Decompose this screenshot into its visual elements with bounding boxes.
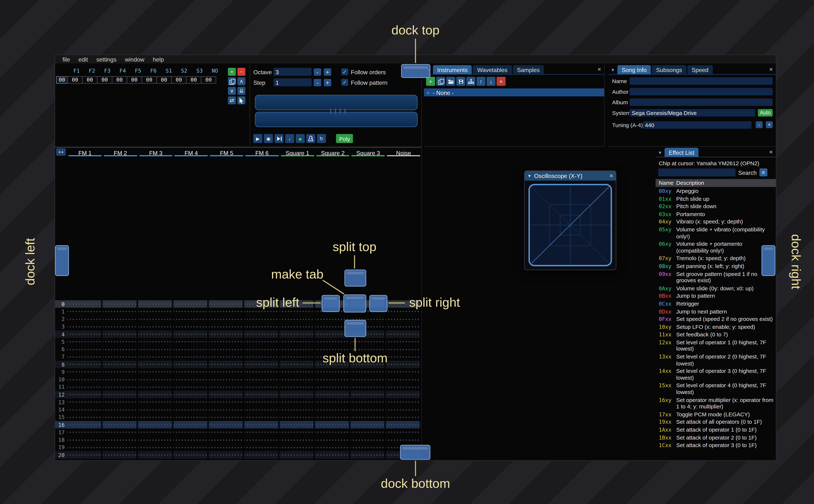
dock-left-target[interactable]	[55, 245, 69, 276]
collapse-arrow-icon[interactable]: ▼	[527, 174, 532, 178]
menu-item[interactable]: window	[121, 56, 149, 63]
order-cell[interactable]: 00	[171, 76, 186, 84]
orders-channel-header[interactable]: F1	[69, 68, 84, 74]
pattern-row[interactable]: 1	[55, 308, 422, 315]
channel-header[interactable]: FM 2	[103, 148, 138, 157]
effect-row[interactable]: 09xx Set groove pattern (speed 1 if no g…	[656, 270, 776, 284]
open-instrument-button[interactable]	[446, 77, 455, 86]
row-cells[interactable]	[67, 315, 422, 323]
octave-increase-button[interactable]: +	[324, 68, 331, 75]
row-cells[interactable]	[67, 368, 422, 376]
order-cell[interactable]: 00	[156, 76, 172, 84]
effect-row[interactable]: 13xx Set level of operator 2 (0 highest,…	[656, 353, 776, 367]
tuning-decrease-button[interactable]: -	[756, 121, 763, 128]
channel-header[interactable]: FM 5	[209, 148, 244, 157]
instrument-list-item[interactable]: ○ - None -	[424, 88, 604, 96]
tuning-input[interactable]	[643, 121, 751, 128]
close-icon[interactable]: ×	[767, 148, 775, 156]
window-list-arrow-icon[interactable]: ▼	[609, 66, 616, 74]
metronome-button[interactable]	[306, 134, 315, 143]
orders-channel-header[interactable]: F5	[130, 68, 146, 74]
move-instrument-up-button[interactable]: ↑	[477, 77, 486, 86]
play-one-row-button[interactable]	[274, 134, 283, 143]
add-order-button[interactable]: +	[228, 68, 236, 76]
dock-top-target[interactable]	[401, 64, 430, 78]
dock-right-target[interactable]	[761, 245, 775, 276]
effect-row[interactable]: 1Bxx Set attack of operator 2 (0 to 1F)	[656, 433, 776, 441]
duplicate-instrument-button[interactable]	[436, 77, 445, 86]
delete-instrument-button[interactable]: ×	[497, 77, 506, 86]
effect-row[interactable]: 03xx Portamento	[656, 210, 776, 218]
pattern-row[interactable]: 3	[55, 323, 422, 330]
pattern-row[interactable]: 0	[55, 300, 422, 308]
order-cell[interactable]: 00	[186, 76, 201, 84]
effect-row[interactable]: 01xx Pitch slide up	[656, 195, 776, 202]
make-tab-target[interactable]	[343, 295, 366, 313]
channel-header[interactable]: FM 3	[138, 148, 173, 157]
effect-row[interactable]: 05xy Volume slide + vibrato (compatibili…	[656, 226, 776, 240]
play-button[interactable]: ▶	[253, 134, 262, 143]
order-change-mode-button[interactable]: ⇄	[228, 96, 236, 104]
row-cells[interactable]	[67, 323, 422, 330]
row-cells[interactable]	[67, 451, 422, 459]
orders-channel-header[interactable]: F3	[100, 68, 115, 74]
pattern-row[interactable]: 2	[55, 315, 422, 323]
song-info-tab[interactable]: Song Info	[617, 65, 651, 74]
split-top-target[interactable]	[344, 270, 366, 286]
effect-row[interactable]: 16xy Set operator multiplier (x: operato…	[656, 396, 776, 410]
add-instrument-button[interactable]: +	[426, 77, 435, 86]
channel-header[interactable]: FM 6	[244, 148, 280, 157]
pattern-row[interactable]: 12	[55, 391, 422, 398]
pattern-row[interactable]: 14	[55, 406, 422, 414]
effect-row[interactable]: 11xx Set feedback (0 to 7)	[656, 331, 776, 338]
effect-row[interactable]: 1Axx Set attack of operator 1 (0 to 1F)	[656, 426, 776, 434]
effect-row[interactable]: 0Cxx Retrigger	[656, 300, 776, 307]
pattern-row[interactable]: 15	[55, 414, 422, 421]
oscilloscope-title-bar[interactable]: ▼ Oscilloscope (X-Y) ×	[525, 171, 616, 181]
effect-row[interactable]: 06xy Volume slide + portamento (compatib…	[656, 240, 776, 254]
follow-orders-checkbox[interactable]: ✓	[341, 68, 348, 75]
row-cells[interactable]	[67, 444, 422, 451]
duplicate-order-button[interactable]	[228, 77, 236, 85]
pattern-row[interactable]: 4	[55, 330, 422, 338]
orders-channel-header[interactable]: S3	[192, 68, 207, 74]
asset-tab[interactable]: Wavetables	[473, 65, 512, 74]
effect-row[interactable]: 0Axy Volume slide (0y: down; x0: up)	[656, 284, 776, 292]
effect-row[interactable]: 02xx Pitch slide down	[656, 202, 776, 210]
orders-channel-header[interactable]: F6	[146, 68, 161, 74]
toggle-folders-button[interactable]	[466, 77, 476, 86]
piano-octave-row[interactable]	[255, 112, 418, 127]
piano-keyboard[interactable]	[255, 95, 418, 128]
effect-row[interactable]: 07xy Tremolo (x: speed; y: depth)	[656, 254, 776, 262]
effect-row[interactable]: 14xx Set level of operator 3 (0 highest,…	[656, 367, 776, 381]
close-icon[interactable]: ×	[767, 66, 775, 73]
pattern-row[interactable]: 20	[55, 451, 422, 459]
pattern-row[interactable]: 5	[55, 338, 422, 346]
channel-header[interactable]: Square 3	[350, 148, 386, 157]
menu-item[interactable]: file	[58, 56, 74, 63]
pattern-row[interactable]: 19	[55, 444, 422, 451]
octave-decrease-button[interactable]: -	[314, 68, 321, 75]
piano-octave-row[interactable]	[255, 95, 418, 110]
channel-header[interactable]: Square 2	[315, 148, 350, 157]
channel-header[interactable]: FM 4	[173, 148, 209, 157]
orders-channel-header[interactable]: S1	[161, 68, 176, 74]
octave-input[interactable]	[273, 68, 312, 76]
row-cells[interactable]	[67, 398, 422, 406]
system-auto-button[interactable]: Auto	[758, 109, 773, 116]
song-author-input[interactable]	[630, 88, 773, 95]
remove-order-button[interactable]: −	[237, 68, 245, 76]
system-input[interactable]	[630, 109, 755, 116]
order-cell[interactable]: 00	[201, 76, 216, 84]
pattern-row[interactable]: 11	[55, 383, 422, 391]
effect-row[interactable]: 17xx Toggle PCM mode (LEGACY)	[656, 410, 776, 418]
pattern-row[interactable]: 18	[55, 436, 422, 444]
row-cells[interactable]	[67, 300, 422, 308]
pattern-row[interactable]: 13	[55, 398, 422, 406]
effect-row[interactable]: 0Dxx Jump to next pattern	[656, 307, 776, 315]
split-bottom-target[interactable]	[344, 320, 366, 337]
order-cell[interactable]: 00	[67, 76, 83, 84]
row-cells[interactable]	[67, 376, 422, 383]
song-info-tab[interactable]: Speed	[687, 65, 713, 74]
effect-row[interactable]: 15xx Set level of operator 4 (0 highest,…	[656, 381, 776, 396]
